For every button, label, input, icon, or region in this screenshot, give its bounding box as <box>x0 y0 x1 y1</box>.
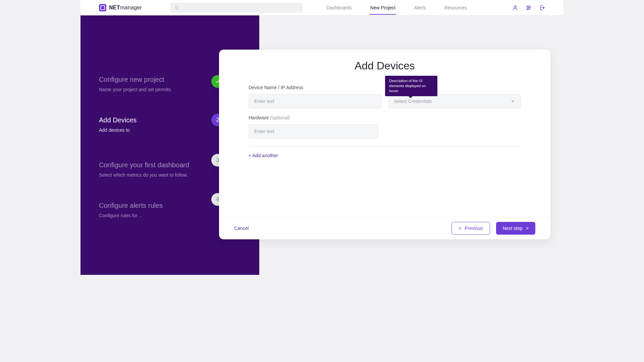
svg-point-2 <box>514 6 516 8</box>
svg-point-6 <box>527 6 528 7</box>
search-icon <box>174 5 179 10</box>
logo-mark-icon <box>99 4 106 11</box>
svg-line-1 <box>178 8 179 9</box>
credentials-select[interactable]: Select Credentials <box>388 94 521 108</box>
user-icon[interactable] <box>512 5 518 11</box>
search-input[interactable] <box>170 3 303 13</box>
form-divider <box>249 146 521 147</box>
caret-left-icon: < <box>459 226 461 231</box>
nav-alerts[interactable]: Alerts <box>414 1 426 14</box>
top-nav: Dashboards New Project Alerts Resources <box>326 1 467 14</box>
logout-icon[interactable] <box>539 5 545 11</box>
credentials-tooltip: Description of the UI elements displayed… <box>385 76 437 96</box>
nav-resources[interactable]: Resources <box>444 1 467 14</box>
hardware-optional-text: (optional) <box>270 115 290 120</box>
next-step-button[interactable]: Next step > <box>496 222 535 235</box>
device-name-label: Device Name / IP Address <box>249 85 381 90</box>
hardware-label: Hardware (optional) <box>249 115 378 120</box>
device-name-input[interactable] <box>249 94 381 108</box>
app-header: NETmanager Dashboards New Project Alerts… <box>80 0 564 15</box>
app-logo[interactable]: NETmanager <box>99 4 142 11</box>
hardware-label-text: Hardware <box>249 115 269 120</box>
svg-point-8 <box>527 9 528 10</box>
svg-point-7 <box>529 7 530 8</box>
hardware-input[interactable] <box>249 124 378 138</box>
card-footer: Cancel < Previous Next step > <box>219 217 550 239</box>
previous-button[interactable]: < Previous <box>451 222 490 235</box>
previous-button-label: Previous <box>465 226 483 231</box>
chevron-down-icon <box>511 99 515 104</box>
svg-point-0 <box>175 6 178 9</box>
credentials-placeholder: Select Credentials <box>394 99 432 104</box>
nav-dashboards[interactable]: Dashboards <box>326 1 352 14</box>
add-another-link[interactable]: + Add another <box>249 153 521 158</box>
settings-sliders-icon[interactable] <box>526 5 532 11</box>
wizard-card: Add Devices Description of the UI elemen… <box>219 50 550 239</box>
cancel-link[interactable]: Cancel <box>234 226 249 231</box>
next-step-button-label: Next step <box>503 226 523 231</box>
brand-thin: manager <box>120 5 142 10</box>
caret-right-icon: > <box>526 226 529 231</box>
brand-bold: NET <box>109 5 120 10</box>
nav-new-project[interactable]: New Project <box>370 1 395 14</box>
card-title: Add Devices <box>249 60 521 72</box>
